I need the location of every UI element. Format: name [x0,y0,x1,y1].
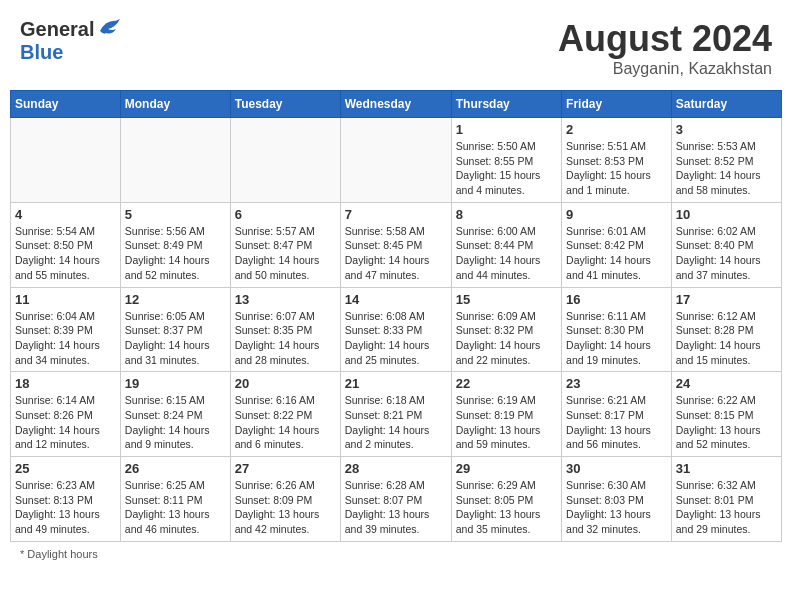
calendar-cell: 18Sunrise: 6:14 AMSunset: 8:26 PMDayligh… [11,372,121,457]
day-info: Sunrise: 6:30 AMSunset: 8:03 PMDaylight:… [566,478,667,537]
header-tuesday: Tuesday [230,91,340,118]
day-info: Sunrise: 6:18 AMSunset: 8:21 PMDaylight:… [345,393,447,452]
calendar-cell: 27Sunrise: 6:26 AMSunset: 8:09 PMDayligh… [230,457,340,542]
day-number: 12 [125,292,226,307]
calendar-cell: 13Sunrise: 6:07 AMSunset: 8:35 PMDayligh… [230,287,340,372]
day-info: Sunrise: 5:51 AMSunset: 8:53 PMDaylight:… [566,139,667,198]
calendar-cell: 26Sunrise: 6:25 AMSunset: 8:11 PMDayligh… [120,457,230,542]
day-info: Sunrise: 5:57 AMSunset: 8:47 PMDaylight:… [235,224,336,283]
day-info: Sunrise: 6:15 AMSunset: 8:24 PMDaylight:… [125,393,226,452]
day-number: 27 [235,461,336,476]
calendar-cell: 23Sunrise: 6:21 AMSunset: 8:17 PMDayligh… [562,372,672,457]
day-info: Sunrise: 6:26 AMSunset: 8:09 PMDaylight:… [235,478,336,537]
day-number: 1 [456,122,557,137]
day-number: 4 [15,207,116,222]
calendar-cell: 10Sunrise: 6:02 AMSunset: 8:40 PMDayligh… [671,202,781,287]
month-year-title: August 2024 [558,18,772,60]
day-info: Sunrise: 6:09 AMSunset: 8:32 PMDaylight:… [456,309,557,368]
day-number: 3 [676,122,777,137]
day-number: 28 [345,461,447,476]
day-number: 22 [456,376,557,391]
day-info: Sunrise: 6:19 AMSunset: 8:19 PMDaylight:… [456,393,557,452]
calendar-cell: 31Sunrise: 6:32 AMSunset: 8:01 PMDayligh… [671,457,781,542]
day-info: Sunrise: 6:23 AMSunset: 8:13 PMDaylight:… [15,478,116,537]
calendar-table: Sunday Monday Tuesday Wednesday Thursday… [10,90,782,542]
location-subtitle: Bayganin, Kazakhstan [558,60,772,78]
calendar-cell: 3Sunrise: 5:53 AMSunset: 8:52 PMDaylight… [671,118,781,203]
day-info: Sunrise: 6:04 AMSunset: 8:39 PMDaylight:… [15,309,116,368]
day-number: 24 [676,376,777,391]
header-friday: Friday [562,91,672,118]
day-info: Sunrise: 6:32 AMSunset: 8:01 PMDaylight:… [676,478,777,537]
calendar-cell: 6Sunrise: 5:57 AMSunset: 8:47 PMDaylight… [230,202,340,287]
day-info: Sunrise: 5:56 AMSunset: 8:49 PMDaylight:… [125,224,226,283]
logo: General Blue [20,18,120,64]
calendar-cell: 21Sunrise: 6:18 AMSunset: 8:21 PMDayligh… [340,372,451,457]
title-area: August 2024 Bayganin, Kazakhstan [558,18,772,78]
day-info: Sunrise: 6:11 AMSunset: 8:30 PMDaylight:… [566,309,667,368]
calendar-week-row: 1Sunrise: 5:50 AMSunset: 8:55 PMDaylight… [11,118,782,203]
day-number: 20 [235,376,336,391]
day-number: 8 [456,207,557,222]
calendar-cell: 14Sunrise: 6:08 AMSunset: 8:33 PMDayligh… [340,287,451,372]
day-info: Sunrise: 6:01 AMSunset: 8:42 PMDaylight:… [566,224,667,283]
calendar-cell: 28Sunrise: 6:28 AMSunset: 8:07 PMDayligh… [340,457,451,542]
calendar-cell: 4Sunrise: 5:54 AMSunset: 8:50 PMDaylight… [11,202,121,287]
logo-blue-text: Blue [20,41,63,63]
calendar-cell [340,118,451,203]
calendar-cell: 5Sunrise: 5:56 AMSunset: 8:49 PMDaylight… [120,202,230,287]
logo-bird-icon [98,17,120,35]
header-thursday: Thursday [451,91,561,118]
day-info: Sunrise: 6:25 AMSunset: 8:11 PMDaylight:… [125,478,226,537]
day-info: Sunrise: 6:02 AMSunset: 8:40 PMDaylight:… [676,224,777,283]
day-info: Sunrise: 6:08 AMSunset: 8:33 PMDaylight:… [345,309,447,368]
calendar-cell: 17Sunrise: 6:12 AMSunset: 8:28 PMDayligh… [671,287,781,372]
calendar-cell: 9Sunrise: 6:01 AMSunset: 8:42 PMDaylight… [562,202,672,287]
calendar-cell: 2Sunrise: 5:51 AMSunset: 8:53 PMDaylight… [562,118,672,203]
day-number: 2 [566,122,667,137]
day-info: Sunrise: 6:22 AMSunset: 8:15 PMDaylight:… [676,393,777,452]
calendar-cell: 24Sunrise: 6:22 AMSunset: 8:15 PMDayligh… [671,372,781,457]
day-number: 9 [566,207,667,222]
calendar-cell [230,118,340,203]
day-number: 19 [125,376,226,391]
calendar-week-row: 25Sunrise: 6:23 AMSunset: 8:13 PMDayligh… [11,457,782,542]
calendar-cell: 7Sunrise: 5:58 AMSunset: 8:45 PMDaylight… [340,202,451,287]
calendar-cell: 30Sunrise: 6:30 AMSunset: 8:03 PMDayligh… [562,457,672,542]
calendar-week-row: 11Sunrise: 6:04 AMSunset: 8:39 PMDayligh… [11,287,782,372]
day-number: 11 [15,292,116,307]
calendar-cell: 16Sunrise: 6:11 AMSunset: 8:30 PMDayligh… [562,287,672,372]
day-info: Sunrise: 6:28 AMSunset: 8:07 PMDaylight:… [345,478,447,537]
day-info: Sunrise: 6:05 AMSunset: 8:37 PMDaylight:… [125,309,226,368]
day-number: 21 [345,376,447,391]
day-info: Sunrise: 6:16 AMSunset: 8:22 PMDaylight:… [235,393,336,452]
calendar-cell: 12Sunrise: 6:05 AMSunset: 8:37 PMDayligh… [120,287,230,372]
footer-note: * Daylight hours [10,548,782,560]
calendar-cell [120,118,230,203]
calendar-body: 1Sunrise: 5:50 AMSunset: 8:55 PMDaylight… [11,118,782,542]
calendar-cell: 25Sunrise: 6:23 AMSunset: 8:13 PMDayligh… [11,457,121,542]
day-number: 10 [676,207,777,222]
day-number: 14 [345,292,447,307]
calendar-cell: 11Sunrise: 6:04 AMSunset: 8:39 PMDayligh… [11,287,121,372]
day-number: 5 [125,207,226,222]
day-info: Sunrise: 6:12 AMSunset: 8:28 PMDaylight:… [676,309,777,368]
calendar-week-row: 4Sunrise: 5:54 AMSunset: 8:50 PMDaylight… [11,202,782,287]
calendar-cell: 15Sunrise: 6:09 AMSunset: 8:32 PMDayligh… [451,287,561,372]
page-header: General Blue August 2024 Bayganin, Kazak… [10,10,782,82]
header-wednesday: Wednesday [340,91,451,118]
day-number: 13 [235,292,336,307]
calendar-cell: 22Sunrise: 6:19 AMSunset: 8:19 PMDayligh… [451,372,561,457]
day-number: 30 [566,461,667,476]
header-sunday: Sunday [11,91,121,118]
day-number: 16 [566,292,667,307]
day-number: 31 [676,461,777,476]
daylight-label: Daylight hours [27,548,97,560]
day-number: 29 [456,461,557,476]
day-info: Sunrise: 6:00 AMSunset: 8:44 PMDaylight:… [456,224,557,283]
calendar-cell: 8Sunrise: 6:00 AMSunset: 8:44 PMDaylight… [451,202,561,287]
calendar-cell: 29Sunrise: 6:29 AMSunset: 8:05 PMDayligh… [451,457,561,542]
calendar-cell: 20Sunrise: 6:16 AMSunset: 8:22 PMDayligh… [230,372,340,457]
day-info: Sunrise: 5:54 AMSunset: 8:50 PMDaylight:… [15,224,116,283]
logo-general-text: General [20,18,94,41]
